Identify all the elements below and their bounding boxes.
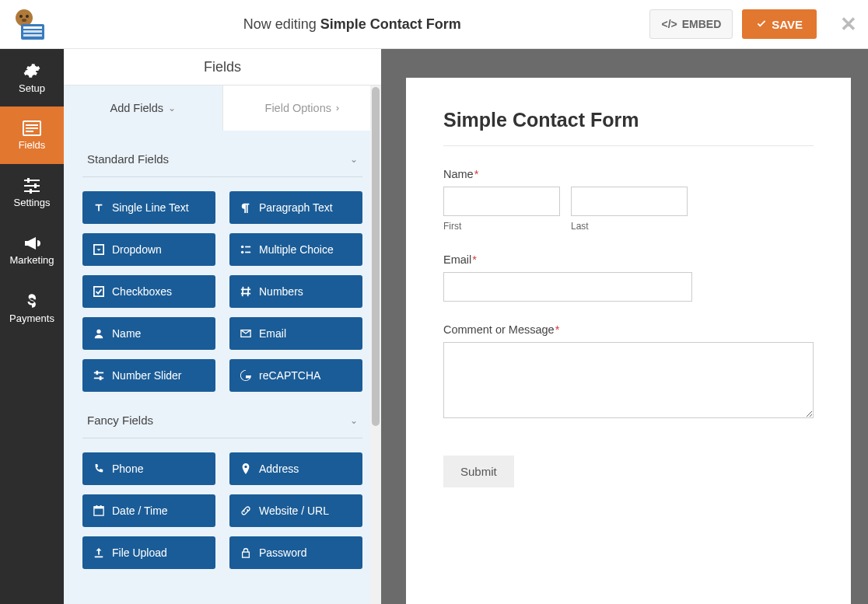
submit-button[interactable]: Submit — [443, 456, 514, 487]
field-comment-preview[interactable]: Comment or Message* — [443, 323, 814, 421]
svg-rect-6 — [23, 30, 42, 33]
svg-rect-32 — [96, 505, 98, 508]
group-standard-header[interactable]: Standard Fields⌄ — [82, 131, 362, 176]
svg-rect-9 — [26, 124, 38, 126]
nav-payments[interactable]: Payments — [0, 279, 64, 337]
field-name-preview[interactable]: Name* First Last — [443, 168, 814, 232]
first-name-input[interactable] — [443, 187, 560, 216]
svg-point-24 — [96, 330, 100, 333]
field-website[interactable]: Website / URL — [229, 494, 362, 527]
form-preview: Simple Contact Form Name* First Last Ema… — [381, 49, 868, 604]
comment-textarea[interactable] — [443, 342, 814, 418]
svg-rect-13 — [24, 185, 40, 187]
chevron-down-icon: ⌄ — [350, 415, 358, 426]
email-label: Email* — [443, 253, 814, 266]
svg-rect-12 — [24, 180, 40, 181]
wpforms-logo — [6, 5, 54, 43]
field-number-slider[interactable]: Number Slider — [82, 359, 215, 392]
code-icon: </> — [661, 18, 677, 30]
svg-point-3 — [22, 19, 26, 22]
field-single-line-text[interactable]: Single Line Text — [82, 191, 215, 224]
scrollbar-track[interactable] — [370, 86, 381, 604]
field-address[interactable]: Address — [229, 452, 362, 485]
field-email-preview[interactable]: Email* — [443, 253, 814, 302]
save-button[interactable]: SAVE — [742, 9, 817, 39]
caret-square-icon — [93, 244, 104, 255]
field-password[interactable]: Password — [229, 536, 362, 569]
paragraph-icon — [240, 202, 251, 213]
svg-rect-5 — [23, 26, 42, 29]
field-date-time[interactable]: Date / Time — [82, 494, 215, 527]
group-fancy-header[interactable]: Fancy Fields⌄ — [82, 392, 362, 438]
nav-label: Marketing — [9, 254, 54, 266]
last-name-input[interactable] — [571, 187, 688, 216]
check-icon — [756, 19, 767, 30]
svg-rect-28 — [96, 371, 99, 375]
chevron-down-icon: ⌄ — [168, 103, 176, 113]
dollar-icon — [26, 292, 38, 309]
check-square-icon — [93, 286, 104, 297]
header-title: Now editing Simple Contact Form — [54, 16, 649, 33]
hash-icon — [240, 286, 251, 297]
first-sublabel: First — [443, 221, 560, 232]
svg-rect-33 — [100, 505, 102, 508]
field-name[interactable]: Name — [82, 317, 215, 350]
nav-settings[interactable]: Settings — [0, 164, 64, 222]
svg-rect-34 — [243, 552, 250, 557]
svg-point-21 — [241, 251, 244, 254]
field-recaptcha[interactable]: reCAPTCHA — [229, 359, 362, 392]
form-title: Simple Contact Form — [443, 109, 814, 131]
svg-rect-22 — [245, 252, 250, 253]
svg-rect-23 — [94, 287, 103, 296]
svg-rect-26 — [94, 372, 103, 374]
svg-rect-7 — [23, 34, 42, 37]
gear-icon — [23, 62, 40, 79]
nav-label: Settings — [14, 197, 51, 208]
calendar-icon — [93, 505, 104, 516]
scrollbar-thumb[interactable] — [372, 87, 380, 426]
bullhorn-icon — [23, 236, 40, 251]
email-input[interactable] — [443, 272, 692, 302]
field-phone[interactable]: Phone — [82, 452, 215, 485]
field-paragraph-text[interactable]: Paragraph Text — [229, 191, 362, 224]
sliders-icon — [93, 370, 104, 381]
phone-icon — [93, 463, 104, 474]
form-icon — [23, 120, 41, 136]
link-icon — [240, 505, 251, 516]
field-file-upload[interactable]: File Upload — [82, 536, 215, 569]
embed-button[interactable]: </> EMBED — [649, 9, 733, 39]
svg-point-0 — [16, 9, 33, 26]
text-icon — [93, 202, 104, 213]
nav-fields[interactable]: Fields — [0, 106, 64, 164]
user-icon — [93, 328, 104, 339]
nav-label: Setup — [19, 82, 45, 94]
chevron-right-icon: › — [336, 103, 339, 113]
comment-label: Comment or Message* — [443, 323, 814, 336]
field-email[interactable]: Email — [229, 317, 362, 350]
sliders-icon — [23, 178, 40, 194]
nav-label: Payments — [9, 312, 54, 324]
left-nav: Setup Fields Settings Marketing Payments — [0, 49, 64, 604]
svg-rect-15 — [27, 178, 30, 183]
tab-field-options[interactable]: Field Options› — [222, 86, 382, 131]
tab-add-fields[interactable]: Add Fields⌄ — [64, 86, 222, 131]
svg-point-2 — [26, 15, 29, 18]
upload-icon — [93, 547, 104, 558]
svg-rect-29 — [100, 376, 102, 380]
field-multiple-choice[interactable]: Multiple Choice — [229, 233, 362, 266]
field-checkboxes[interactable]: Checkboxes — [82, 275, 215, 308]
svg-point-19 — [241, 246, 244, 249]
list-icon — [240, 244, 251, 255]
nav-marketing[interactable]: Marketing — [0, 222, 64, 279]
svg-rect-16 — [34, 183, 37, 188]
nav-setup[interactable]: Setup — [0, 49, 64, 106]
svg-rect-11 — [26, 131, 33, 132]
close-icon[interactable]: ✕ — [840, 12, 857, 37]
svg-rect-10 — [26, 127, 38, 129]
map-marker-icon — [240, 463, 251, 474]
svg-rect-17 — [30, 189, 32, 194]
panel-title: Fields — [64, 49, 381, 86]
field-dropdown[interactable]: Dropdown — [82, 233, 215, 266]
field-numbers[interactable]: Numbers — [229, 275, 362, 308]
svg-rect-31 — [94, 507, 103, 509]
